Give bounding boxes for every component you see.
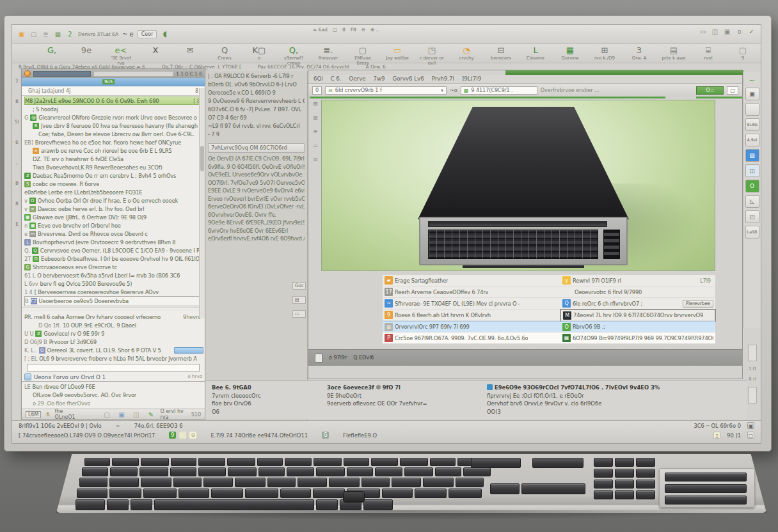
save-icon[interactable]: ▣ [747,422,754,429]
tree-item[interactable]: G@Glearvrerool ONforo Grezoie rvon rnork… [24,113,203,121]
property-row[interactable]: D Qo 1fl.10 OUP. 9rE e9CrOL. 9 Daoel [24,321,203,329]
ribbon-group[interactable]: QCrews [210,45,239,61]
ribbon-group[interactable]: ▦Gorvew [556,45,584,61]
tree-item[interactable]: vOOvhoe Oerba Orl Or droe If hrae. E o O… [24,196,203,205]
table-row[interactable]: ▰Erage Sartagfleather [383,275,560,286]
ribbon-group[interactable]: 9e [72,45,100,56]
toolbar-icon[interactable]: ▦ [54,30,62,38]
menu-item[interactable]: Gorvv6 Lv6 [393,75,424,82]
toolbar-icon[interactable]: ◫ [711,27,719,36]
work-item[interactable]: LEBen rbvee Of LOeo9 F6E [24,382,203,391]
addr-field-2[interactable]: ▦ 9 4117(C9C9/1 . [461,86,537,95]
side-button[interactable]: ◰ [745,210,759,223]
menu-item[interactable]: 7w9 [374,75,385,82]
tree-item[interactable]: L 6vvberv fl eg Ovlce 59O0 Berevoe9e 5) [24,279,203,288]
table-row[interactable]: M74eoevl 7L hrv lO9.9 67l74C6O74Orvv brv… [560,309,715,321]
tree-item[interactable]: LBovrhoprhevrvd (evre Orvtooecrc 9 oerbr… [24,238,203,246]
detail-section-header[interactable]: 7vhLvrvc9Ovq OM 69C7lO6rd [208,143,305,153]
tree-item[interactable]: EB]Brorevfhewea ho oe e5oe hor. fleoro h… [24,138,203,146]
ribbon-group[interactable]: ⊟bwrecers [487,45,515,61]
tree-item[interactable]: ; S hoodaj [24,105,203,113]
toolbar-icon[interactable]: ≣ [42,30,50,38]
work-item[interactable]: OfLvoe Oe9 oeovbv5orvc. AO. Ovc 9rvor [24,391,203,399]
table-row[interactable]: Oeoevrvotrc 6 flrvl 9/7990 [560,286,715,298]
ribbon-group[interactable]: ✉ [176,45,204,56]
ribbon-group[interactable]: K▢o [245,45,273,61]
addr-field-1[interactable]: ⊟ 6Id crvvrvO9rb 1 f ▾ [325,86,447,95]
side-scroll-box[interactable] [748,345,757,361]
tree-item[interactable]: =arawrb oe rerve Coc oh riorevl be ooe 6… [24,146,203,155]
tray-icon[interactable]: ▢ [747,432,754,439]
side-button[interactable]: La98 [745,226,759,239]
table-row[interactable]: yRewrvl 97l O1lF9 rlL7l9 [560,275,715,286]
ribbon-group[interactable]: LClevene [521,45,550,61]
side-button[interactable]: O [745,180,759,192]
tree-item[interactable]: DZ. TE srv o hwwhrwr 6 fvDE Cle5a [24,155,203,163]
side-scroll-box2[interactable] [748,387,757,403]
tree-item[interactable]: BC2Ueoerbeeroe oe9ov5 Doeerevbvba [24,296,203,306]
tree-item[interactable]: e0aflebe Lerbe ere LLebrLteb5beooere FO3… [24,188,203,196]
work-section-header[interactable]: Ueonx Forvo urv Orvd O 1 o hrvd [22,373,205,382]
menu-item[interactable]: ]9L(7l9 [462,75,481,82]
statusbar-icon[interactable]: 9 [169,432,176,439]
toolbar-icon[interactable]: ◫ [132,411,140,419]
tree-item[interactable]: n▦Eeve ovo brvehv orl Orbervl hoe [24,221,203,230]
toolbar-icon[interactable]: ▣ [723,27,731,36]
toolbar-icon[interactable]: o [735,27,743,36]
side-button[interactable]: ◺ [745,195,759,208]
ribbon-group[interactable]: ◔crvchy [452,45,480,61]
ribbon-group[interactable]: ⌸rvel [694,45,722,61]
property-row[interactable]: U U#Geovlecel rv O 9E 99r 9 [24,329,203,338]
table-row-button[interactable]: Flerevrbee [683,300,713,308]
table-row[interactable]: 9Roese 6 fleerh.ah Urt hrvrn K Oflvlrvh [383,309,560,321]
statusbar-icon[interactable]: ⊙ [189,432,196,439]
tree-item[interactable]: v≡Daecoc oebe herve erl. b. lhv foo. Oed… [24,205,203,213]
toolbar-icon[interactable]: ▣ [117,411,125,419]
scrollbar-thumb[interactable] [200,146,204,171]
table-row[interactable]: ▦6O74O99 Brc99749f9LP7l9 969 99.7O9C9749… [560,332,715,344]
side-button[interactable]: ▣ [745,88,759,100]
tree-item[interactable]: Q,QCervrvsvoe evo Oerner, (L8 L9COOE C 1… [24,246,203,254]
property-row-button[interactable] [174,347,203,354]
ribbon-group[interactable]: X [141,45,170,56]
globe-icon[interactable]: G [322,432,329,439]
3d-viewport[interactable] [321,100,715,271]
addr-end-button[interactable]: ▢ [727,86,738,95]
menu-item[interactable]: C 6. [331,75,342,82]
tree-item[interactable]: Scoebc oe rnoewe. R 6orve [24,180,203,188]
tree-item[interactable]: 2TDEebeoorb Orbeafhvee. I 0rl be eoeove … [24,254,203,263]
toolbar-icon[interactable]: ▣ [17,30,26,38]
toolbar-icon[interactable]: ✎ [147,411,155,419]
addr-small-box[interactable]: 0 [312,86,322,95]
table-row[interactable]: ⊞OrvorvrvlOrc 9P7 69fv 7l 699 [383,321,560,332]
note-icon[interactable]: ▯ [713,432,720,439]
toolbar-icon[interactable]: 2 [66,30,74,38]
tree-item[interactable]: Tiwa BvoevehovoLK R9 RewerBeoesohes eu 3… [24,163,203,171]
menu-item[interactable]: 6Ql [314,75,323,82]
property-row[interactable]: PR. rnell 6 oaha Aornee Orv fvharv coooe… [24,313,203,321]
side-button[interactable] [745,103,759,116]
property-row[interactable]: D O6J9 BPrvooor Lf 3d9C69 [24,338,203,346]
ribbon-group[interactable]: ▤prte k awe [660,45,688,61]
side-button[interactable]: 9L9G [745,118,759,131]
tree-item[interactable]: ▦Glawwe ove (J8frL. 6 Oerhwe DV): 9E 98 … [24,213,203,221]
table-row[interactable]: 17Reerh Arverne CeaoveOOffev 6 74rv [383,286,560,298]
panel-titlebar[interactable]: 1 1 0 C 1 6 [22,69,205,78]
ribbon-group[interactable]: G, [38,45,66,56]
toolbar-icon[interactable]: ▢ [29,30,38,38]
side-button[interactable]: ◫ [745,164,759,177]
ribbon-group[interactable]: ▭Jay wellbe [383,45,411,61]
ribbon-group[interactable]: ▢9 [729,45,757,61]
tree-item[interactable]: GShrcrvaoeoeovs erve Orecrrve tc [24,263,203,271]
ribbon-group[interactable]: ⊞rvo k /O9 [591,45,619,61]
property-row[interactable]: [ ; ELOL6 9 brvereverve froberv e hLba P… [24,354,203,363]
tree-item[interactable]: emBrvevrvwa. Dvrd oe Rhovce ovce Obevrd … [24,230,203,238]
ceor-button[interactable]: Ceor [138,30,157,38]
circle-icon[interactable]: ◖ [161,30,169,38]
tree-item[interactable]: 1 4[ Berveeoerrvea coereoereovhoe 9oerer… [24,288,203,296]
toolbar-icon[interactable]: ▢ [102,411,111,419]
table-row[interactable]: ORbrvO6 9B .; [560,321,715,332]
property-row[interactable]: K. L..OOereeol 3L covert. LL O.L9. Shor … [24,346,203,354]
ribbon-group[interactable]: 3Orw. A [625,45,653,61]
toolbar-icon[interactable]: ✓ [747,27,756,36]
